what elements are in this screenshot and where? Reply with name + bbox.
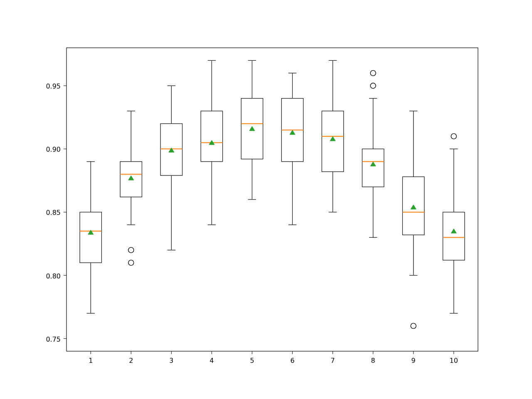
x-tick-label: 4 [209, 357, 214, 365]
x-tick-label: 3 [169, 357, 173, 365]
y-tick-label: 0.85 [46, 209, 61, 217]
x-tick-label: 10 [450, 357, 458, 365]
boxplot-chart: 0.750.800.850.900.9512345678910 [0, 0, 532, 399]
x-tick-label: 2 [129, 357, 133, 365]
box-3 [160, 86, 182, 250]
outlier-icon [370, 83, 376, 89]
mean-triangle-icon [451, 229, 456, 233]
x-tick-label: 1 [89, 357, 93, 365]
outlier-icon [451, 133, 456, 139]
y-tick-label: 0.80 [46, 272, 61, 280]
x-tick-label: 5 [250, 357, 254, 365]
box-rect [201, 111, 222, 162]
x-tick-label: 6 [290, 357, 294, 365]
x-tick-label: 7 [330, 357, 335, 365]
mean-triangle-icon [330, 136, 335, 141]
box-rect [443, 212, 465, 260]
x-tick-label: 8 [371, 357, 375, 365]
mean-triangle-icon [411, 205, 416, 209]
box-1 [80, 162, 101, 313]
box-5 [241, 60, 263, 200]
y-tick-label: 0.75 [46, 335, 61, 343]
mean-triangle-icon [370, 162, 376, 166]
outlier-icon [128, 247, 134, 253]
y-tick-label: 0.90 [46, 145, 61, 153]
box-8 [362, 70, 384, 237]
mean-triangle-icon [249, 126, 255, 131]
box-6 [281, 73, 303, 225]
box-4 [201, 60, 222, 224]
box-2 [120, 111, 142, 265]
box-7 [322, 60, 343, 212]
outlier-icon [128, 260, 134, 266]
plot-border [66, 48, 478, 351]
outlier-icon [411, 323, 416, 329]
outlier-icon [370, 70, 376, 76]
box-rect [322, 111, 343, 172]
box-9 [403, 111, 424, 329]
x-tick-label: 9 [411, 357, 416, 365]
y-tick-label: 0.95 [46, 82, 61, 90]
box-10 [443, 133, 465, 313]
box-rect [80, 212, 101, 263]
mean-triangle-icon [128, 176, 134, 180]
mean-triangle-icon [290, 130, 295, 135]
box-rect [362, 149, 384, 187]
